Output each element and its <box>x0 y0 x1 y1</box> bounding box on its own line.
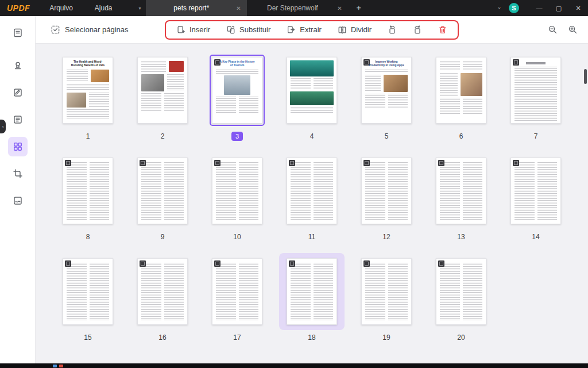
minimize-button[interactable]: — <box>529 0 549 16</box>
page-number: 3 <box>231 132 243 141</box>
page-number: 10 <box>233 232 241 241</box>
inserir-button[interactable]: Inserir <box>176 25 210 34</box>
page-cell: 20 <box>428 253 494 342</box>
page-thumbnail[interactable] <box>361 258 412 325</box>
page-actions-group: Inserir Substituir Extrair Dividir <box>165 20 459 40</box>
page-thumbnail[interactable] <box>63 258 113 325</box>
scrollbar-thumb[interactable] <box>584 69 587 84</box>
tab-title: pets report* <box>152 4 232 12</box>
page-thumbnail-wrap <box>428 152 494 229</box>
page-logo-badge <box>65 160 71 166</box>
page-thumbnail[interactable] <box>436 57 486 124</box>
new-tab-button[interactable]: ＋ <box>348 3 370 13</box>
select-pages-button[interactable]: Selecionar páginas <box>51 25 129 34</box>
extrair-button[interactable]: Extrair <box>287 25 322 34</box>
crop-pages-icon[interactable] <box>8 164 28 183</box>
account-chevron-icon[interactable]: ˅ <box>498 6 501 11</box>
page-thumbnail-wrap <box>130 253 195 330</box>
edit-tool-icon[interactable] <box>8 83 28 102</box>
page-view-icon[interactable] <box>8 23 28 43</box>
page-thumbnail[interactable] <box>212 258 262 325</box>
page-thumbnail-wrap <box>204 253 270 330</box>
page-thumbnail[interactable] <box>137 158 188 224</box>
page-thumbnail-wrap <box>428 253 494 330</box>
page-cell: A Key Phase in the History of Tourism 3 <box>204 52 270 141</box>
page-thumbnail[interactable]: The Health and Mood-Boosting Benefits of… <box>63 57 113 124</box>
page-cell: 14 <box>503 152 568 241</box>
menu-arquivo[interactable]: Arquivo <box>47 3 75 13</box>
page-cell: The Health and Mood-Boosting Benefits of… <box>55 52 121 141</box>
action-label: Substituir <box>239 25 270 34</box>
page-logo-badge <box>438 260 444 267</box>
page-number: 19 <box>382 333 390 342</box>
page-thumbnail[interactable] <box>137 258 188 325</box>
zoom-in-icon[interactable] <box>568 25 578 34</box>
rotate-left-icon[interactable] <box>388 25 397 34</box>
taskbar-app-icon[interactable] <box>53 365 57 367</box>
page-logo-badge <box>289 260 295 267</box>
page-number: 11 <box>308 232 315 241</box>
organize-pages-icon[interactable] <box>8 137 28 156</box>
page-cell: 15 <box>55 253 121 342</box>
page-thumbnail[interactable] <box>436 258 486 325</box>
thumb-title: The Health and Mood-Boosting Benefits of… <box>69 60 106 66</box>
page-thumbnail-wrap <box>279 52 345 129</box>
document-tab[interactable]: pets report* ✕ <box>146 0 247 16</box>
page-thumbnail[interactable] <box>436 158 486 224</box>
page-cell: 11 <box>279 152 345 241</box>
substituir-button[interactable]: Substituir <box>226 25 270 34</box>
taskbar[interactable] <box>0 363 588 368</box>
thumb-title: A Key Phase in the History of Tourism <box>219 60 256 66</box>
page-number: 5 <box>385 132 389 141</box>
close-button[interactable]: ✕ <box>568 0 588 16</box>
page-thumbnail[interactable] <box>510 158 561 224</box>
page-number: 4 <box>310 132 314 141</box>
menubar: ArquivoAjuda <box>30 3 114 13</box>
insert-icon <box>176 25 185 34</box>
tab-close-icon[interactable]: ✕ <box>337 5 342 12</box>
page-thumbnail[interactable]: Improve Working Productivity in Using Ap… <box>361 57 412 124</box>
page-thumbnail-wrap <box>279 152 345 229</box>
taskbar-app-icon[interactable] <box>59 365 63 367</box>
page-thumbnail[interactable] <box>510 57 561 124</box>
titlebar: UPDF ArquivoAjuda ▾ pets report* ✕Der St… <box>0 0 588 16</box>
page-cell: 8 <box>55 152 121 241</box>
menu-ajuda[interactable]: Ajuda <box>92 3 115 13</box>
tab-close-icon[interactable]: ✕ <box>236 5 241 12</box>
page-number: 16 <box>158 333 166 342</box>
document-tab[interactable]: Der Steppenwolf ✕ <box>247 0 348 16</box>
page-thumbnail[interactable] <box>287 158 337 224</box>
organize-toolbar: Selecionar páginas Inserir Substituir Ex… <box>36 16 588 44</box>
zoom-out-icon[interactable] <box>548 25 558 34</box>
page-thumbnail[interactable] <box>137 57 188 124</box>
page-logo-badge <box>214 260 220 267</box>
page-thumbnail-wrap <box>55 253 121 330</box>
page-thumbnail[interactable] <box>361 158 412 224</box>
reader-tool-icon[interactable] <box>8 110 28 129</box>
dividir-button[interactable]: Dividir <box>338 25 372 34</box>
watermark-tool-icon[interactable] <box>8 191 28 210</box>
page-thumbnail[interactable]: A Key Phase in the History of Tourism <box>212 57 262 124</box>
page-logo-badge <box>140 160 146 166</box>
page-thumbnail-wrap <box>130 152 195 229</box>
tab-list-dropdown-icon[interactable]: ▾ <box>134 6 146 11</box>
stamp-tool-icon[interactable] <box>8 56 28 75</box>
page-thumbnail-wrap <box>503 52 568 129</box>
page-thumbnail[interactable] <box>287 57 337 124</box>
page-cell: 18 <box>279 253 345 342</box>
delete-icon[interactable] <box>438 25 447 34</box>
left-sidebar: ‹ <box>0 16 36 363</box>
page-thumbnail[interactable] <box>212 158 262 224</box>
rotate-right-icon[interactable] <box>413 25 422 34</box>
page-thumbnail[interactable] <box>63 158 113 224</box>
page-thumbnail[interactable] <box>287 258 337 325</box>
page-cell: 2 <box>130 52 195 141</box>
page-number: 13 <box>457 232 465 241</box>
maximize-button[interactable]: ▢ <box>549 0 568 16</box>
page-logo-badge <box>438 160 444 166</box>
page-cell: 13 <box>428 152 494 241</box>
sidebar-collapse-handle[interactable]: ‹ <box>0 120 6 133</box>
user-avatar[interactable]: S <box>509 3 519 13</box>
page-number: 20 <box>457 333 465 342</box>
page-thumbnail-wrap <box>55 152 121 229</box>
